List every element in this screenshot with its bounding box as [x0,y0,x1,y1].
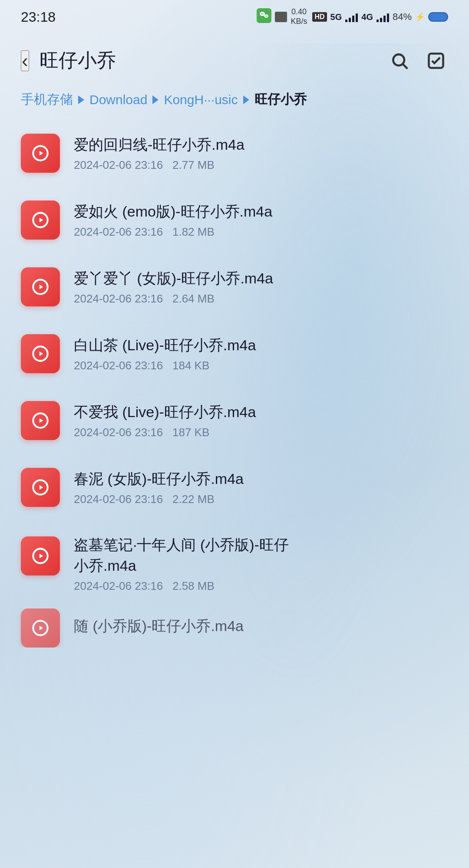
network-speed: 0.40 KB/s [291,7,307,26]
svg-point-3 [263,13,264,14]
file-icon [21,201,60,240]
file-meta: 2024-02-06 23:16 2.22 MB [74,493,448,506]
page-title: 旺仔小乔 [40,48,377,73]
file-name: 盗墓笔记·十年人间 (小乔版)-旺仔小乔.m4a [74,535,448,576]
file-name: 白山茶 (Live)-旺仔小乔.m4a [74,335,448,356]
breadcrumb-item-download[interactable]: Download [89,92,147,107]
select-button[interactable] [424,49,448,73]
back-button[interactable]: ‹ [21,50,29,71]
file-info: 爱丫爱丫 (女版)-旺仔小乔.m4a 2024-02-06 23:16 2.64… [74,268,448,306]
breadcrumb: 手机存储 Download KongH···usic 旺仔小乔 [0,82,469,122]
status-icons: 0.40 KB/s HD 5G 4G [257,7,448,26]
list-item[interactable]: 春泥 (女版)-旺仔小乔.m4a 2024-02-06 23:16 2.22 M… [13,456,456,519]
status-time: 23:18 [21,9,56,25]
file-icon [21,334,60,373]
status-bar: 23:18 0.40 KB/s [0,0,469,30]
battery-indicator [428,12,448,22]
file-name: 春泥 (女版)-旺仔小乔.m4a [74,469,448,490]
breadcrumb-separator-1 [78,95,84,104]
file-info: 白山茶 (Live)-旺仔小乔.m4a 2024-02-06 23:16 184… [74,335,448,373]
file-name: 爱如火 (emo版)-旺仔小乔.m4a [74,201,448,222]
file-info: 不爱我 (Live)-旺仔小乔.m4a 2024-02-06 23:16 187… [74,402,448,440]
hd-badge: HD [312,12,327,22]
search-button[interactable] [387,49,412,73]
svg-point-1 [260,12,265,16]
file-name: 爱的回归线-旺仔小乔.m4a [74,135,448,155]
file-icon [21,468,60,507]
list-item[interactable]: 随 (小乔版)-旺仔小乔.m4a [13,608,456,648]
breadcrumb-separator-3 [243,95,249,104]
nav-actions [387,49,448,73]
file-info: 爱的回归线-旺仔小乔.m4a 2024-02-06 23:16 2.77 MB [74,135,448,172]
battery-percent: 84% [393,11,412,23]
nav-header: ‹ 旺仔小乔 [0,39,469,82]
breadcrumb-item-storage[interactable]: 手机存储 [21,91,73,108]
svg-point-6 [267,16,268,16]
list-item[interactable]: 白山茶 (Live)-旺仔小乔.m4a 2024-02-06 23:16 184… [13,322,456,385]
list-item[interactable]: 不爱我 (Live)-旺仔小乔.m4a 2024-02-06 23:16 187… [13,389,456,452]
svg-point-4 [264,14,268,18]
list-item[interactable]: 爱的回归线-旺仔小乔.m4a 2024-02-06 23:16 2.77 MB [13,122,456,185]
file-name: 不爱我 (Live)-旺仔小乔.m4a [74,402,448,423]
file-info: 春泥 (女版)-旺仔小乔.m4a 2024-02-06 23:16 2.22 M… [74,469,448,506]
list-item[interactable]: 爱丫爱丫 (女版)-旺仔小乔.m4a 2024-02-06 23:16 2.64… [13,255,456,319]
file-name: 随 (小乔版)-旺仔小乔.m4a [74,616,448,637]
signal-bars-5g [345,12,358,22]
svg-line-8 [403,64,407,69]
file-info: 随 (小乔版)-旺仔小乔.m4a [74,616,448,640]
file-meta: 2024-02-06 23:16 2.58 MB [74,579,448,593]
file-icon [21,536,60,575]
breadcrumb-separator-2 [152,95,159,104]
battery-lightning-icon: ⚡ [415,12,425,22]
svg-point-5 [265,16,266,16]
svg-point-7 [393,54,404,66]
wechat-icon [257,8,271,26]
list-item[interactable]: 盗墓笔记·十年人间 (小乔版)-旺仔小乔.m4a 2024-02-06 23:1… [13,523,456,605]
file-meta: 2024-02-06 23:16 187 KB [74,426,448,439]
5g-indicator: 5G [330,12,342,22]
file-list: 爱的回归线-旺仔小乔.m4a 2024-02-06 23:16 2.77 MB … [0,122,469,648]
file-name: 爱丫爱丫 (女版)-旺仔小乔.m4a [74,268,448,289]
svg-point-2 [261,13,262,14]
breadcrumb-item-music[interactable]: KongH···usic [164,92,238,107]
file-icon [21,134,60,173]
list-item[interactable]: 爱如火 (emo版)-旺仔小乔.m4a 2024-02-06 23:16 1.8… [13,188,456,252]
signal-bars-4g [377,12,389,22]
breadcrumb-item-current: 旺仔小乔 [254,91,307,108]
file-info: 爱如火 (emo版)-旺仔小乔.m4a 2024-02-06 23:16 1.8… [74,201,448,239]
file-icon [21,608,60,648]
4g-indicator: 4G [361,12,373,22]
file-icon [21,401,60,440]
file-meta: 2024-02-06 23:16 184 KB [74,359,448,372]
file-meta: 2024-02-06 23:16 2.64 MB [74,292,448,306]
svg-rect-0 [257,8,271,23]
file-meta: 2024-02-06 23:16 1.82 MB [74,225,448,239]
notification-icon [275,12,287,22]
file-info: 盗墓笔记·十年人间 (小乔版)-旺仔小乔.m4a 2024-02-06 23:1… [74,535,448,593]
file-icon [21,267,60,306]
file-meta: 2024-02-06 23:16 2.77 MB [74,158,448,172]
